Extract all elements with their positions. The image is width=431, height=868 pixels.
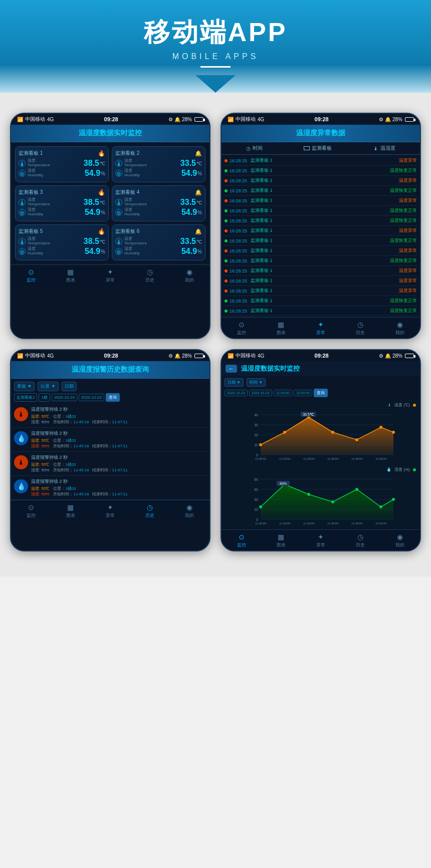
monitor-icon: ⊙ xyxy=(28,268,34,276)
svg-rect-21 xyxy=(118,239,119,243)
anomaly-panel: 监测看板 1 xyxy=(251,217,388,224)
alarm-temp-hum: 温度: 55℃ 湿度: 50% xyxy=(31,462,49,473)
page-title-cn: 移动端APP xyxy=(0,15,431,50)
p4-nav-history[interactable]: ◷ 历史 xyxy=(356,533,365,548)
panel-select[interactable]: 监测看板2 xyxy=(14,393,37,402)
anomaly-time: 16:28:25 xyxy=(230,188,249,193)
card-title: 监测看板 6 🔔 xyxy=(115,228,202,235)
hum-chart-container: 💧 湿度 (%) 80 60 40 20 0 xyxy=(224,465,418,528)
anomaly-row[interactable]: 16:28:25 监测看板 1 温度恢复正常 xyxy=(225,186,417,196)
anomaly-row[interactable]: 16:28:25 监测看板 1 温度恢复正常 xyxy=(225,236,417,246)
anomaly-row[interactable]: 16:28:25 监测看板 1 温度异常 xyxy=(225,266,417,276)
p4-nav-profile[interactable]: ◉ 我的 xyxy=(395,533,404,548)
status-dot xyxy=(225,279,228,282)
p3-nav-profile[interactable]: ◉ 我的 xyxy=(185,503,194,519)
anomaly-panel: 监测看板 1 xyxy=(251,167,388,174)
p3-nav-chart[interactable]: ▦ 图表 xyxy=(66,503,75,519)
p3-nav-monitor[interactable]: ⊙ 监控 xyxy=(27,503,36,519)
nav-monitor[interactable]: ⊙ 监控 xyxy=(27,268,36,283)
monitor-card[interactable]: 监测看板 2 🔔 温度Temperature 33.5 ℃ 湿度Humidity… xyxy=(112,146,205,182)
hum-icon-circle xyxy=(115,170,122,177)
chart-query-btn[interactable]: 查询 xyxy=(314,389,328,397)
alarm-icon4: 🔔 xyxy=(385,353,391,359)
alarm-item[interactable]: 💧 温度报警持续 2 秒 温度: 55℃ 湿度: 50% 位置：1楼02 开始时… xyxy=(11,428,209,452)
anomaly-row[interactable]: 16:28:25 监测看板 1 温度异常 xyxy=(225,156,417,166)
p2-nav-history[interactable]: ◷ 历史 xyxy=(356,321,365,336)
anomaly-row[interactable]: 16:28:25 监测看板 1 温度恢复正常 xyxy=(225,306,417,316)
anomaly-row[interactable]: 16:28:25 监测看板 1 温度恢复正常 xyxy=(225,216,417,226)
chart-date1[interactable]: 2020-10-23 xyxy=(225,390,248,396)
anomaly-row[interactable]: 16:28:25 监测看板 1 温度恢复正常 xyxy=(225,256,417,266)
temp-chart-container: 🌡 温度 (℃) 40 30 20 10 0 xyxy=(224,400,418,464)
p4-nav-monitor[interactable]: ⊙ 监控 xyxy=(237,533,246,548)
phone3-status-bar: 📶 中国移动 4G 09:28 ⚙ 🔔 28% xyxy=(11,350,209,361)
alarm-detail-row: 温度: 55℃ 湿度: 50% 位置：1楼02 开始时间：11:45:16 结束… xyxy=(31,486,206,497)
hum-legend-dot xyxy=(413,468,416,471)
alarm-temp-hum: 温度: 55℃ 湿度: 50% xyxy=(31,438,49,449)
status-dot xyxy=(225,300,228,303)
svg-point-66 xyxy=(379,505,382,508)
p4-nav-anomaly[interactable]: ✦ 异常 xyxy=(316,533,325,548)
alarm-item[interactable]: 💧 温度报警持续 2 秒 温度: 55℃ 湿度: 50% 位置：1楼02 开始时… xyxy=(11,476,209,500)
anomaly-row[interactable]: 16:28:25 监测看板 1 温度异常 xyxy=(225,176,417,186)
alarm-item[interactable]: 🌡 温度报警持续 2 秒 温度: 55℃ 湿度: 50% 位置：1楼02 开始时… xyxy=(11,404,209,428)
monitor-card[interactable]: 监测看板 1 🔥 温度Temperature 38.5 ℃ 湿度Humidity… xyxy=(15,146,109,182)
monitor-card[interactable]: 监测看板 6 🔔 温度Temperature 33.5 ℃ 湿度Humidity… xyxy=(112,224,205,260)
p2-nav-profile[interactable]: ◉ 我的 xyxy=(395,321,404,336)
nav-profile[interactable]: ◉ 我的 xyxy=(185,268,194,283)
anomaly-row[interactable]: 16:28:25 监测看板 1 温度异常 xyxy=(225,226,417,236)
chart-time2[interactable]: 12:00:00 xyxy=(294,390,312,396)
date-filter[interactable]: 日期 ▼ xyxy=(225,378,244,387)
phone-2: 📶 中国移动 4G 09:28 ⚙ 🔔 28% 温湿度异常数据 ◷ 时间 xyxy=(221,113,421,339)
hum-label: 湿度Humidity xyxy=(124,208,140,217)
anomaly-row[interactable]: 16:28:25 监测看板 1 温度异常 xyxy=(225,196,417,206)
nav-anomaly[interactable]: ✦ 异常 xyxy=(106,268,115,283)
chart-date2[interactable]: 2020-10-23 xyxy=(249,390,272,396)
anomaly-time: 16:28:25 xyxy=(230,268,249,273)
anomaly-row[interactable]: 16:28:25 监测看板 1 温度异常 xyxy=(225,246,417,256)
battery-icon4 xyxy=(405,354,414,358)
svg-rect-13 xyxy=(118,200,119,204)
time-filter[interactable]: 时间 ▼ xyxy=(247,378,266,387)
p4-nav-chart[interactable]: ▦ 图表 xyxy=(277,533,286,548)
p3-nav-anomaly[interactable]: ✦ 异常 xyxy=(106,503,115,519)
monitor-card[interactable]: 监测看板 4 🔔 温度Temperature 33.5 ℃ 湿度Humidity… xyxy=(112,185,205,221)
panel-filter-btn[interactable]: 看板 ▼ xyxy=(14,382,35,391)
alarm-item[interactable]: 🌡 温度报警持续 2 秒 温度: 55℃ 湿度: 50% 位置：1楼02 开始时… xyxy=(11,452,209,476)
history-query-btn[interactable]: 查询 xyxy=(106,393,120,402)
anomaly-row[interactable]: 16:28:25 监测看板 1 温度恢复正常 xyxy=(225,296,417,306)
svg-text:0: 0 xyxy=(256,453,258,457)
temp-legend-dot xyxy=(413,404,416,407)
monitor-card[interactable]: 监测看板 5 🔥 温度Temperature 38.5 ℃ 湿度Humidity… xyxy=(15,224,109,260)
date2-select[interactable]: 2020-10-23 xyxy=(79,394,104,401)
loc-select[interactable]: 1楼 xyxy=(39,393,50,402)
anomaly-row[interactable]: 16:28:25 监测看板 1 温度恢复正常 xyxy=(225,166,417,176)
nav-chart[interactable]: ▦ 图表 xyxy=(66,268,75,283)
back-button[interactable]: ← xyxy=(226,365,237,373)
date1-select[interactable]: 2020-10-23 xyxy=(52,394,77,401)
card-status-icon: 🔔 xyxy=(195,189,202,196)
hum-unit: % xyxy=(197,171,202,176)
temp-icon-circle xyxy=(19,238,26,245)
p2-nav-anomaly[interactable]: ✦ 异常 xyxy=(316,321,325,336)
location-filter-btn[interactable]: 位置 ▼ xyxy=(38,382,58,391)
anomaly-status: 温度恢复正常 xyxy=(390,237,417,244)
svg-rect-5 xyxy=(118,161,119,165)
card-status-icon: 🔥 xyxy=(98,228,105,235)
anomaly-status: 温度恢复正常 xyxy=(390,217,417,224)
anomaly-row[interactable]: 16:28:25 监测看板 1 温度异常 xyxy=(225,286,417,296)
chart-time1[interactable]: 11:00:00 xyxy=(274,390,292,396)
phone3-bottom-nav: ⊙ 监控 ▦ 图表 ✦ 异常 ◷ 历史 ◉ 我的 xyxy=(11,500,209,521)
alarm-type-icon: 🌡 xyxy=(14,455,28,469)
p3-nav-history[interactable]: ◷ 历史 xyxy=(145,503,154,519)
nav-history[interactable]: ◷ 历史 xyxy=(145,268,154,283)
anomaly-row[interactable]: 16:28:25 监测看板 1 温度异常 xyxy=(225,276,417,286)
anomaly-row[interactable]: 16:28:25 监测看板 1 温度恢复正常 xyxy=(225,206,417,216)
monitor-card[interactable]: 监测看板 3 🔥 温度Temperature 38.5 ℃ 湿度Humidity… xyxy=(15,185,109,221)
anomaly-time: 16:28:25 xyxy=(230,228,249,233)
date-filter-btn[interactable]: 日期 xyxy=(62,382,77,391)
p2-nav-monitor[interactable]: ⊙ 监控 xyxy=(237,321,246,336)
temp-icon: 🌡 xyxy=(373,146,378,151)
hum-icon-circle xyxy=(115,209,122,216)
p2-nav-chart[interactable]: ▦ 图表 xyxy=(277,321,286,336)
